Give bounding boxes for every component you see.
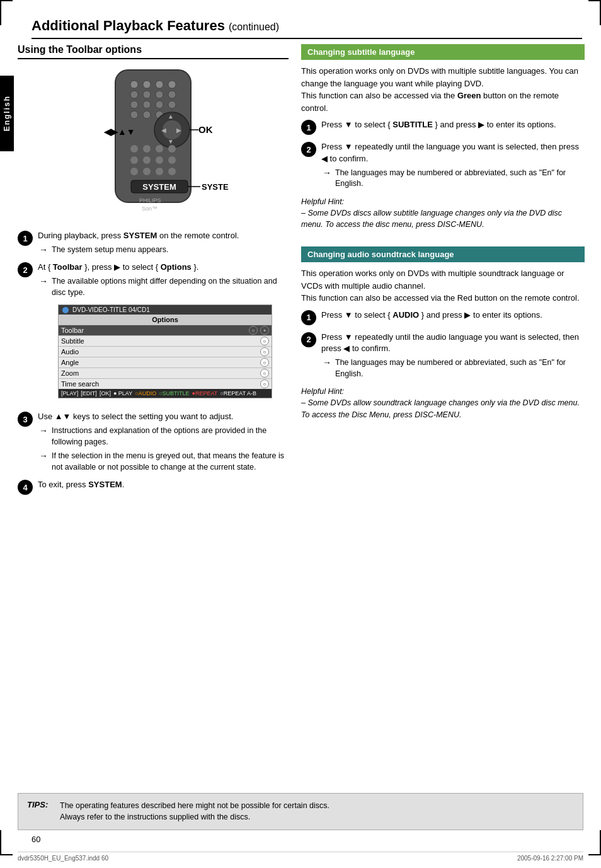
svg-text:Son™: Son™ bbox=[142, 205, 157, 212]
audio-step-1: 1 Press ▼ to select { AUDIO } and press … bbox=[301, 310, 585, 325]
angle-row-icon: ○ bbox=[260, 358, 269, 367]
subtitle-step-2-text: Press ▼ repeatedly until the language yo… bbox=[321, 141, 585, 165]
step-1-text: During playback, press SYSTEM on the rem… bbox=[38, 230, 289, 242]
toolbar-row-icon: ○ bbox=[249, 326, 258, 335]
zoom-row-label: Zoom bbox=[61, 369, 258, 377]
step-3-arrow-2: → If the selection in the menu is greyed… bbox=[39, 451, 289, 473]
audio-section: Changing audio soundtrack language This … bbox=[301, 246, 585, 420]
bottom-edit-label: [EDIT] bbox=[81, 390, 97, 396]
step-2-arrow: → The available options might differ dep… bbox=[39, 276, 289, 298]
options-header-bar: DVD-VIDEO-TITLE 04/CD1 bbox=[59, 305, 272, 315]
left-step-3: 3 Use ▲▼ keys to select the setting you … bbox=[18, 411, 289, 473]
options-row-timesearch: Time search ○ bbox=[59, 378, 272, 389]
left-step-1: 1 During playback, press SYSTEM on the r… bbox=[18, 230, 289, 255]
footer-left: dvdr5350H_EU_Eng537.indd 60 bbox=[18, 855, 108, 862]
svg-point-11 bbox=[156, 101, 163, 108]
svg-point-9 bbox=[130, 101, 138, 108]
arrow-icon-1: → bbox=[39, 245, 49, 255]
subtitle-intro: This operation works only on DVDs with m… bbox=[301, 65, 585, 114]
svg-point-8 bbox=[168, 91, 176, 98]
svg-point-6 bbox=[143, 91, 151, 98]
audio-step-1-content: Press ▼ to select { AUDIO } and press ▶ … bbox=[321, 310, 585, 324]
step-4-text: To exit, press SYSTEM. bbox=[38, 479, 289, 491]
subtitle-step-2-content: Press ▼ repeatedly until the language yo… bbox=[321, 141, 585, 190]
corner-tl-decorator bbox=[0, 0, 13, 25]
options-row-angle: Angle ○ bbox=[59, 357, 272, 367]
svg-point-3 bbox=[156, 81, 163, 88]
svg-point-2 bbox=[143, 81, 151, 88]
arrow-icon-audio2: → bbox=[323, 357, 333, 367]
footer-right: 2005-09-16 2:27:00 PM bbox=[517, 855, 583, 862]
step-2-content: At { Toolbar }, press ▶ to select { Opti… bbox=[38, 262, 289, 405]
subtitle-row-label: Subtitle bbox=[61, 337, 258, 345]
step-num-2: 2 bbox=[18, 262, 33, 277]
audio-step-2: 2 Press ▼ repeatedly until the audio lan… bbox=[301, 332, 585, 380]
subtitle-step-2-arrow: → The languages may be numbered or abbre… bbox=[323, 168, 585, 190]
step-3-text: Use ▲▼ keys to select the setting you wa… bbox=[38, 411, 289, 423]
bottom-repeat-label: ●REPEAT bbox=[192, 390, 218, 396]
corner-tr-decorator bbox=[588, 0, 601, 25]
tip-text: The operating features described here mi… bbox=[60, 800, 329, 824]
page-title: Additional Playback Features (continued) bbox=[31, 18, 582, 39]
subtitle-step-1-text: Press ▼ to select { SUBTITLE } and press… bbox=[321, 119, 585, 131]
section-gap bbox=[301, 235, 585, 246]
subtitle-helpful-hint: Helpful Hint: – Some DVDs discs allow su… bbox=[301, 196, 585, 230]
page-container: English Additional Playback Features (co… bbox=[0, 0, 601, 868]
svg-point-26 bbox=[143, 145, 151, 153]
svg-point-36 bbox=[168, 168, 176, 175]
options-row-audio: Audio ○ bbox=[59, 346, 272, 357]
tip-box: TIPS: The operating features described h… bbox=[18, 793, 583, 831]
timesearch-row-icon: ○ bbox=[260, 379, 269, 388]
svg-point-10 bbox=[143, 101, 151, 108]
svg-text:◀▶▲▼: ◀▶▲▼ bbox=[103, 127, 135, 137]
svg-point-33 bbox=[130, 168, 138, 175]
left-section-title: Using the Toolbar options bbox=[18, 44, 289, 59]
audio-helpful-hint: Helpful Hint: – Some DVDs allow soundtra… bbox=[301, 386, 585, 420]
audio-step-2-arrow-text: The languages may be numbered or abbrevi… bbox=[335, 357, 585, 379]
audio-hint-text: – Some DVDs allow soundtrack language ch… bbox=[301, 397, 585, 420]
audio-step-1-text: Press ▼ to select { AUDIO } and press ▶ … bbox=[321, 310, 585, 321]
subtitle-step-num-2: 2 bbox=[301, 142, 316, 157]
svg-point-27 bbox=[156, 145, 163, 153]
arrow-icon-3b: → bbox=[39, 451, 49, 461]
step-1-content: During playback, press SYSTEM on the rem… bbox=[38, 230, 289, 255]
svg-point-7 bbox=[156, 91, 163, 98]
step-num-3: 3 bbox=[18, 412, 33, 427]
bottom-ok-label: [OK] bbox=[100, 390, 111, 396]
audio-row-label: Audio bbox=[61, 348, 258, 356]
svg-point-34 bbox=[143, 168, 151, 175]
audio-step-2-text: Press ▼ repeatedly until the audio langu… bbox=[321, 332, 585, 356]
audio-step-2-content: Press ▼ repeatedly until the audio langu… bbox=[321, 332, 585, 380]
page-number: 60 bbox=[31, 835, 40, 844]
remote-svg: ◀▶▲▼ ▲ ▼ ◀ ▶ OK bbox=[77, 67, 229, 218]
language-tab: English bbox=[0, 76, 14, 151]
bottom-play-label: [PLAY] bbox=[61, 390, 78, 396]
subtitle-row-icon: ○ bbox=[260, 337, 269, 345]
options-header-text: DVD-VIDEO-TITLE 04/CD1 bbox=[72, 306, 150, 313]
svg-point-31 bbox=[156, 156, 163, 164]
step-4-content: To exit, press SYSTEM. bbox=[38, 479, 289, 494]
language-tab-label: English bbox=[3, 95, 11, 131]
arrow-icon-3a: → bbox=[39, 425, 49, 436]
svg-point-12 bbox=[168, 101, 176, 108]
svg-text:SYSTEM: SYSTEM bbox=[202, 182, 229, 192]
audio-hint-label: Helpful Hint: bbox=[301, 386, 585, 397]
svg-point-28 bbox=[168, 145, 176, 153]
tip-line-2: Always refer to the instructions supplie… bbox=[60, 813, 250, 821]
arrow-icon-2: → bbox=[39, 276, 49, 286]
svg-point-5 bbox=[130, 91, 138, 98]
right-column: Changing subtitle language This operatio… bbox=[301, 44, 585, 425]
options-row-zoom: Zoom ○ bbox=[59, 367, 272, 378]
left-step-4: 4 To exit, press SYSTEM. bbox=[18, 479, 289, 495]
bottom-audio-label: ○AUDIO bbox=[135, 390, 156, 396]
system-label-text: SYSTEM bbox=[142, 182, 176, 192]
svg-point-4 bbox=[168, 81, 176, 88]
svg-point-32 bbox=[168, 156, 176, 164]
step-num-1: 1 bbox=[18, 231, 33, 246]
tip-line-1: The operating features described here mi… bbox=[60, 801, 329, 810]
toolbar-row-plus-icon: + bbox=[260, 326, 269, 335]
tip-label: TIPS: bbox=[27, 800, 52, 809]
svg-point-1 bbox=[130, 81, 138, 88]
subtitle-section-header: Changing subtitle language bbox=[301, 44, 585, 60]
subtitle-hint-text: – Some DVDs discs allow subtitle languag… bbox=[301, 207, 585, 230]
